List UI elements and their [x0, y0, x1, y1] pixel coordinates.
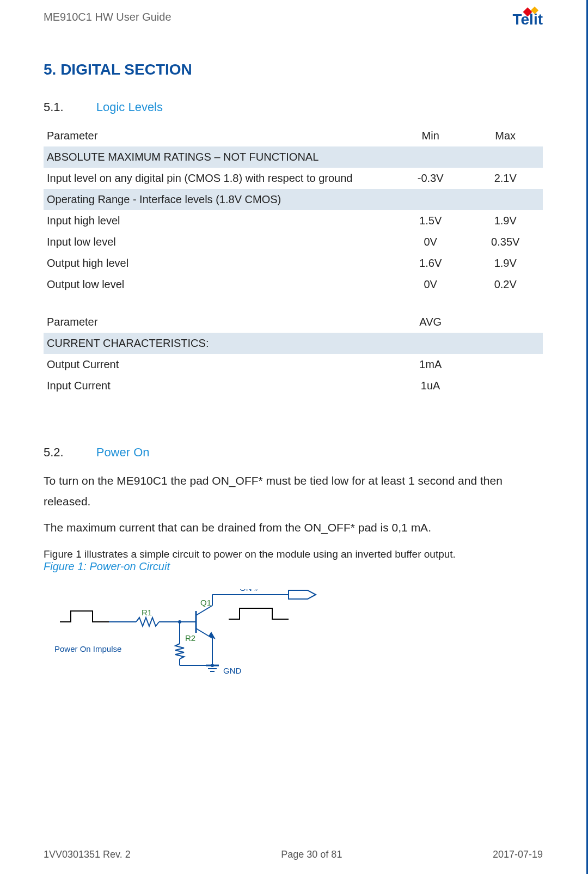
table-header: Parameter [44, 125, 393, 146]
power-on-circuit-diagram: Power On Impulse R1 Q1 ON # [54, 589, 543, 689]
page-footer: 1VV0301351 Rev. 2 Page 30 of 81 2017-07-… [44, 849, 543, 860]
subsection-number: 5.2. [44, 445, 64, 460]
table-row: Output low level 0V 0.2V [44, 274, 543, 295]
footer-doc-id: 1VV0301351 Rev. 2 [44, 849, 131, 860]
table-subheader: CURRENT CHARACTERISTICS: [44, 333, 543, 354]
table-subheader: Operating Range - Interface levels (1.8V… [44, 189, 543, 210]
svg-line-4 [196, 628, 212, 638]
table-row: Input low level 0V 0.35V [44, 231, 543, 253]
footer-page-number: Page 30 of 81 [281, 849, 342, 860]
svg-point-16 [178, 620, 181, 624]
subsection-heading: 5.2. Power On [44, 445, 543, 460]
circuit-label-r1: R1 [142, 608, 152, 617]
table-header: Parameter [44, 311, 393, 333]
table-header: Max [468, 125, 543, 146]
table-subheader: ABSOLUTE MAXIMUM RATINGS – NOT FUNCTIONA… [44, 146, 543, 168]
table-row: Input level on any digital pin (CMOS 1.8… [44, 168, 543, 189]
figure-caption: Figure 1: Power-on Circuit [44, 560, 543, 573]
page-header: ME910C1 HW User Guide Telit [44, 11, 543, 28]
subsection-title: Power On [96, 445, 150, 460]
current-characteristics-table: Parameter AVG CURRENT CHARACTERISTICS: O… [44, 311, 543, 396]
circuit-label-r2: R2 [185, 633, 195, 643]
svg-point-17 [211, 664, 214, 667]
table-header: AVG [393, 311, 468, 333]
table-header: Min [393, 125, 468, 146]
subsection-title: Logic Levels [96, 100, 163, 114]
doc-title: ME910C1 HW User Guide [44, 11, 171, 23]
subsection-heading: 5.1. Logic Levels [44, 100, 543, 114]
table-row: Input high level 1.5V 1.9V [44, 210, 543, 231]
body-paragraph: The maximum current that can be drained … [44, 517, 543, 538]
subsection-number: 5.1. [44, 100, 64, 114]
circuit-label-on: ON # [240, 589, 259, 592]
table-row: Input Current 1uA [44, 375, 543, 396]
body-paragraph: To turn on the ME910C1 the pad ON_OFF* m… [44, 470, 543, 512]
logic-levels-table: Parameter Min Max ABSOLUTE MAXIMUM RATIN… [44, 125, 543, 295]
table-row: Output Current 1mA [44, 354, 543, 375]
circuit-label-q1: Q1 [200, 598, 211, 607]
circuit-label-gnd: GND [223, 666, 242, 675]
table-row: Output high level 1.6V 1.9V [44, 253, 543, 274]
telit-logo: Telit [513, 11, 543, 28]
footer-date: 2017-07-19 [493, 849, 543, 860]
circuit-label-power-on: Power On Impulse [54, 644, 121, 653]
section-heading: 5. DIGITAL SECTION [44, 61, 543, 78]
figure-intro: Figure 1 illustrates a simple circuit to… [44, 548, 543, 560]
